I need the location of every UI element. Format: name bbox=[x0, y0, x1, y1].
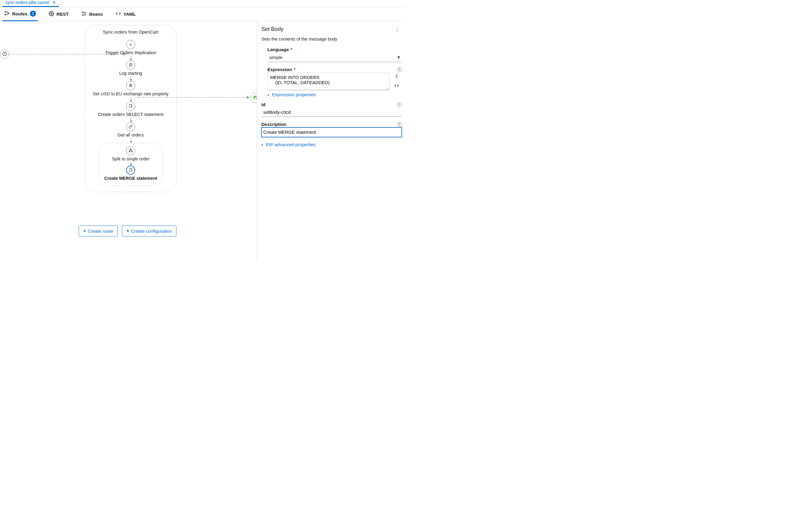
subtabs: Routes 1 REST Beans YAML bbox=[0, 7, 406, 21]
step-label: Trigger Orders Replication bbox=[105, 50, 156, 55]
file-tab-bar: sync-orders-jdbc.camel ✕ bbox=[0, 0, 406, 7]
main-area: Sync orders from OpenCart Trigger Orders… bbox=[0, 21, 406, 262]
language-select[interactable]: simple ▾ bbox=[267, 53, 402, 62]
file-tab[interactable]: sync-orders-jdbc.camel ✕ bbox=[2, 0, 59, 7]
split-container: Split to single order Create MERGE state… bbox=[99, 143, 163, 186]
step-label: Split to single order bbox=[112, 157, 149, 161]
code-icon[interactable] bbox=[394, 83, 399, 89]
tab-rest[interactable]: REST bbox=[47, 7, 71, 21]
eip-advanced-toggle[interactable]: › EIP advanced properties bbox=[261, 142, 402, 147]
field-description: Description ? bbox=[261, 122, 402, 137]
file-plus-icon bbox=[129, 168, 133, 173]
panel-title: Set Body bbox=[261, 25, 283, 34]
split-icon bbox=[129, 148, 133, 154]
panel-description: Sets the contents of the message body bbox=[261, 37, 402, 41]
step-log[interactable]: Log starting bbox=[119, 60, 142, 76]
file-tab-label: sync-orders-jdbc.camel bbox=[5, 0, 49, 5]
tab-beans-label: Beans bbox=[89, 12, 103, 17]
tab-rest-label: REST bbox=[57, 12, 69, 17]
description-input[interactable] bbox=[261, 127, 402, 137]
eip-advanced-label: EIP advanced properties bbox=[266, 142, 316, 147]
language-value: simple bbox=[269, 55, 282, 60]
canvas-pane[interactable]: Sync orders from OpenCart Trigger Orders… bbox=[0, 21, 257, 262]
timer-node[interactable] bbox=[0, 50, 9, 59]
routes-icon bbox=[4, 11, 10, 17]
svg-rect-23 bbox=[130, 149, 131, 149]
spring-icon bbox=[253, 95, 257, 101]
rest-icon bbox=[49, 11, 54, 17]
help-icon[interactable]: ? bbox=[397, 67, 402, 72]
connector bbox=[131, 76, 131, 80]
create-configuration-button[interactable]: + Create configuration bbox=[122, 226, 177, 236]
field-id: Id ? bbox=[261, 102, 402, 117]
route-container: Sync orders from OpenCart Trigger Orders… bbox=[85, 25, 177, 192]
kebab-menu-icon[interactable]: ⋮ bbox=[393, 25, 402, 33]
id-label: Id bbox=[261, 102, 265, 107]
textarea-side bbox=[391, 73, 402, 90]
expression-properties-toggle[interactable]: › Expression properties bbox=[267, 92, 402, 97]
properties-panel: Set Body ⋮ Sets the contents of the mess… bbox=[257, 21, 406, 262]
step-label: Create orders SELECT statement bbox=[98, 112, 164, 117]
yaml-icon bbox=[115, 11, 121, 17]
field-expression: Expression * ? › Expression properties bbox=[261, 67, 402, 97]
file-plus-icon bbox=[129, 104, 133, 109]
svg-point-0 bbox=[5, 12, 6, 13]
step-trigger[interactable]: Trigger Orders Replication bbox=[105, 40, 156, 55]
step-label: Create MERGE statement bbox=[104, 176, 157, 181]
step-label: Set USD to EU exchange rate property bbox=[93, 91, 168, 96]
connector bbox=[131, 162, 131, 165]
close-icon[interactable]: ✕ bbox=[52, 0, 56, 5]
bean-node[interactable] bbox=[251, 93, 257, 103]
plus-icon: + bbox=[127, 228, 129, 234]
id-input[interactable] bbox=[261, 108, 402, 117]
help-icon[interactable]: ? bbox=[397, 122, 402, 127]
svg-point-2 bbox=[8, 13, 9, 14]
set-property-icon bbox=[129, 83, 133, 88]
connector bbox=[131, 56, 131, 60]
language-label: Language bbox=[267, 47, 289, 52]
tab-yaml-label: YAML bbox=[124, 12, 136, 17]
svg-point-1 bbox=[5, 14, 6, 15]
link-icon bbox=[129, 124, 133, 129]
field-language: Language * simple ▾ bbox=[261, 47, 402, 62]
svg-point-5 bbox=[82, 15, 83, 15]
svg-point-3 bbox=[51, 13, 52, 15]
description-label: Description bbox=[261, 122, 287, 127]
tab-yaml[interactable]: YAML bbox=[114, 7, 137, 21]
chevron-right-icon: › bbox=[261, 142, 263, 147]
arrow-down-icon bbox=[129, 42, 133, 47]
route-title: Sync orders from OpenCart bbox=[85, 25, 177, 40]
help-icon[interactable]: ? bbox=[397, 102, 402, 107]
step-select-statement[interactable]: Create orders SELECT statement bbox=[98, 102, 164, 117]
expression-properties-label: Expression properties bbox=[272, 92, 316, 97]
routes-badge: 1 bbox=[30, 11, 36, 17]
canvas-actions: + Create route + Create configuration bbox=[79, 226, 177, 236]
expression-textarea[interactable] bbox=[267, 73, 390, 90]
required-marker: * bbox=[294, 67, 296, 72]
step-label: Get all orders bbox=[117, 132, 144, 138]
step-set-property[interactable]: Set USD to EU exchange rate property bbox=[93, 81, 168, 96]
required-marker: * bbox=[291, 47, 293, 52]
button-label: Create configuration bbox=[131, 229, 172, 234]
tab-beans[interactable]: Beans bbox=[79, 7, 105, 21]
plus-icon: + bbox=[83, 228, 86, 234]
connector bbox=[131, 97, 131, 101]
route-steps: Trigger Orders Replication Log starting bbox=[85, 40, 177, 186]
create-route-button[interactable]: + Create route bbox=[79, 226, 118, 236]
clock-icon bbox=[2, 52, 7, 57]
svg-rect-24 bbox=[129, 151, 130, 152]
svg-rect-16 bbox=[129, 85, 132, 86]
svg-rect-25 bbox=[131, 151, 132, 152]
button-label: Create route bbox=[88, 229, 113, 234]
chevron-down-icon: ▾ bbox=[398, 54, 400, 60]
expression-label: Expression bbox=[267, 67, 292, 72]
tab-routes[interactable]: Routes 1 bbox=[2, 7, 38, 21]
scroll-thumb[interactable] bbox=[396, 74, 398, 79]
beans-icon bbox=[81, 11, 87, 17]
log-icon bbox=[129, 62, 133, 68]
svg-point-4 bbox=[82, 12, 83, 13]
connector bbox=[131, 118, 131, 122]
step-get-all[interactable]: Get all orders bbox=[117, 122, 144, 138]
step-split[interactable]: Split to single order bbox=[112, 146, 149, 161]
step-merge-statement[interactable]: Create MERGE statement bbox=[104, 165, 157, 181]
